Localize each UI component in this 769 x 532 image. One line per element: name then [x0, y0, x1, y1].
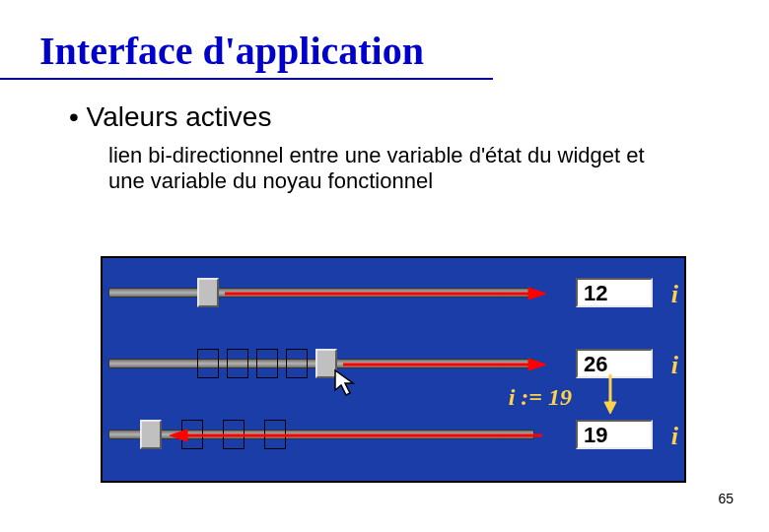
slider-row: 12 i [103, 266, 684, 333]
value-box: 12 [576, 278, 653, 307]
page-number: 65 [718, 491, 734, 506]
arrow-left-icon [168, 430, 542, 441]
slider-row: 26 i [103, 337, 684, 404]
value-box: 19 [576, 420, 653, 449]
svg-marker-2 [335, 370, 353, 395]
slider-row: 19 i [103, 408, 684, 475]
svg-marker-8 [170, 430, 187, 441]
var-label: i [671, 422, 678, 451]
illustration-panel: 12 i 26 i i := 19 19 [101, 256, 686, 483]
slider-knob[interactable] [140, 420, 162, 449]
knob-ghost [197, 349, 219, 378]
bullet-description: lien bi-directionnel entre une variable … [108, 143, 661, 195]
svg-marker-1 [528, 288, 546, 299]
arrow-right-icon [225, 288, 540, 299]
var-label: i [671, 351, 678, 380]
svg-marker-4 [528, 359, 546, 370]
slide-title: Interface d'application [0, 0, 493, 80]
knob-ghost [256, 349, 278, 378]
cursor-icon [333, 368, 359, 398]
knob-ghost [286, 349, 308, 378]
knob-ghost [227, 349, 248, 378]
assignment-label: i := 19 [509, 384, 572, 411]
bullet-item: Valeurs actives [69, 101, 769, 133]
var-label: i [671, 280, 678, 309]
slider-knob[interactable] [197, 278, 219, 307]
arrow-right-icon [343, 359, 540, 370]
